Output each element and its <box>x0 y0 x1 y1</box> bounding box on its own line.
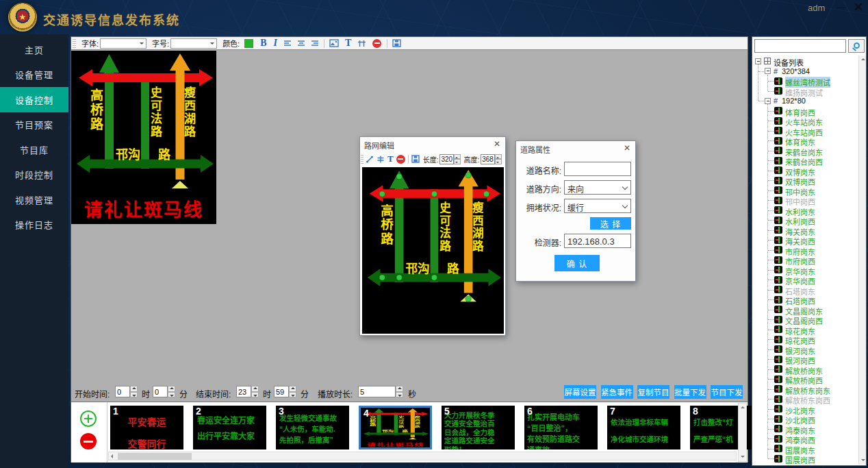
duration-input[interactable]: 5 <box>358 386 396 397</box>
end-hour-spinner[interactable] <box>251 386 259 397</box>
close-icon[interactable]: ✕ <box>852 0 865 15</box>
device-search-input[interactable] <box>754 39 846 53</box>
dialog-titlebar[interactable]: 道路属性✕ <box>516 141 635 155</box>
font-select[interactable] <box>100 38 146 49</box>
program-thumbnail-2[interactable]: 2春运安全连万家 出行平安靠大家 <box>193 406 266 449</box>
device-item[interactable]: 解放桥东岗西 <box>754 394 858 404</box>
minimize-icon[interactable]: ─ <box>834 0 847 15</box>
road-name-input[interactable] <box>564 162 631 176</box>
device-item[interactable]: 火车站岗东 <box>754 116 858 126</box>
device-item[interactable]: 京华岗西 <box>754 275 858 285</box>
sidebar-item-3[interactable]: 节目预案 <box>0 112 68 138</box>
device-tree-root[interactable]: 设备列表 <box>754 56 858 66</box>
sidebar-item-6[interactable]: 视频管理 <box>0 187 68 212</box>
device-item[interactable]: 邗中岗东 <box>754 186 858 196</box>
device-item[interactable]: 市府岗西 <box>754 255 858 265</box>
device-item[interactable]: 体育岗东 <box>754 136 858 146</box>
device-item[interactable]: 双博岗东 <box>754 166 858 176</box>
device-item[interactable]: 国展岗东 <box>754 444 858 454</box>
device-item[interactable]: 鸿泰岗西 <box>754 434 858 444</box>
length-input[interactable]: 320 <box>439 154 454 164</box>
height-spinner[interactable] <box>495 154 502 164</box>
text-tool-icon[interactable]: T <box>345 38 351 49</box>
program-thumbnail-6[interactable]: 6扎实开展电动车 “百日整治”， 有效预防道路交 通事故。 <box>524 406 598 449</box>
start-hour-input[interactable]: 0 <box>115 386 130 397</box>
text-tool-icon[interactable]: T <box>387 153 394 164</box>
align-center-icon[interactable] <box>297 40 305 47</box>
search-button[interactable] <box>848 39 865 53</box>
device-item[interactable]: 鸿泰岗东 <box>754 424 858 434</box>
program-thumbnail-3[interactable]: 3发生轻微交通事故 “人未伤，车能动. 先拍照，后撤离” <box>276 406 349 449</box>
direction-select[interactable]: 来向 <box>564 180 631 195</box>
device-item[interactable]: 沙北岗西 <box>754 414 858 424</box>
sidebar-item-7[interactable]: 操作日志 <box>0 212 68 238</box>
congestion-select[interactable]: 缓行 <box>564 199 631 213</box>
start-minute-spinner[interactable] <box>168 386 175 397</box>
action-button-4[interactable]: 节目下发 <box>711 385 743 399</box>
device-item[interactable]: 海关岗西 <box>754 235 858 245</box>
start-minute-input[interactable]: 0 <box>153 386 168 397</box>
save-icon[interactable] <box>411 155 420 163</box>
scrollbar-thumb[interactable] <box>118 453 192 460</box>
device-item[interactable]: 火车站岗西 <box>754 126 858 136</box>
duration-spinner[interactable] <box>396 386 403 397</box>
device-item[interactable]: 文昌阁岗东 <box>754 305 858 315</box>
scroll-down-icon[interactable] <box>860 457 866 463</box>
device-item[interactable]: 解放桥岗西 <box>754 374 858 384</box>
device-item[interactable]: 石塔岗东 <box>754 285 858 295</box>
device-item[interactable]: 维扬岗测试 <box>754 86 858 97</box>
device-item[interactable]: 国展岗西 <box>754 454 858 464</box>
sidebar-item-4[interactable]: 节目库 <box>0 137 68 162</box>
device-item[interactable]: 邗中岗西 <box>754 195 858 206</box>
end-hour-input[interactable]: 23 <box>236 386 251 397</box>
confirm-button[interactable]: 确 认 <box>554 255 600 271</box>
sidebar-item-2[interactable]: 设备控制 <box>0 87 68 112</box>
device-item[interactable]: 来鹤台岗东 <box>754 146 858 156</box>
bold-button[interactable]: B <box>260 38 266 49</box>
sidebar-item-5[interactable]: 时段控制 <box>0 162 68 188</box>
device-item[interactable]: 双博岗西 <box>754 175 858 186</box>
length-spinner[interactable] <box>454 154 461 164</box>
device-item[interactable]: 京华岗东 <box>754 265 858 275</box>
add-program-icon[interactable] <box>80 410 97 427</box>
device-group[interactable]: #320*384 <box>754 66 858 77</box>
delete-icon[interactable] <box>372 39 381 48</box>
color-swatch[interactable] <box>244 39 253 48</box>
program-thumbnail-7[interactable]: 7依法治理非标车辆 净化城市交通环境 <box>607 406 680 449</box>
close-icon[interactable]: ✕ <box>494 139 500 149</box>
detector-input[interactable]: 192.168.0.3 <box>564 234 631 248</box>
italic-button[interactable]: I <box>274 38 277 49</box>
scroll-down-icon[interactable] <box>739 453 746 460</box>
device-item[interactable]: 体育岗西 <box>754 106 858 116</box>
save-icon[interactable] <box>392 39 401 47</box>
scroll-up-icon[interactable] <box>739 404 746 412</box>
action-button-1[interactable]: 紧急事件 <box>601 385 633 399</box>
action-button-2[interactable]: 复制节目 <box>637 385 669 399</box>
collapse-icon[interactable] <box>765 98 771 104</box>
device-item[interactable]: 水利岗东 <box>754 206 858 216</box>
device-tree-scrollbar[interactable] <box>858 56 866 465</box>
roadnet-canvas[interactable]: 高桥路史可法路瘦西湖路邗沟路 <box>362 167 504 334</box>
select-detector-button[interactable]: 选 择 <box>590 217 631 230</box>
dialog-titlebar[interactable]: 路网编辑✕ <box>360 137 505 151</box>
end-minute-input[interactable]: 59 <box>274 386 289 397</box>
device-item[interactable]: 银河岗东 <box>754 345 858 355</box>
draw-road-icon[interactable] <box>366 155 374 164</box>
device-item[interactable]: 琼花岗西 <box>754 334 858 345</box>
junction-tool-icon[interactable] <box>376 155 385 164</box>
device-item[interactable]: 来鹤台岗西 <box>754 156 858 166</box>
device-item[interactable]: 螺丝湾桥测试 <box>754 76 858 86</box>
align-left-icon[interactable] <box>283 40 292 47</box>
collapse-icon[interactable] <box>755 58 761 64</box>
close-icon[interactable]: ✕ <box>624 143 630 153</box>
action-button-3[interactable]: 批量下发 <box>674 385 706 399</box>
program-thumbnail-1[interactable]: 1平安春运 交警同行 <box>110 406 183 449</box>
device-item[interactable]: 石塔岗西 <box>754 295 858 305</box>
device-item[interactable]: 市府岗东 <box>754 245 858 256</box>
device-item[interactable]: 水利岗西 <box>754 215 858 225</box>
sidebar-item-0[interactable]: 主页 <box>0 37 68 62</box>
start-hour-spinner[interactable] <box>130 386 138 397</box>
program-thumbnail-5[interactable]: 5大力开展秋冬季 交通安全整治百 日会战，全力稳 定道路交通安全 形势！ <box>442 406 515 449</box>
align-right-icon[interactable] <box>311 40 319 47</box>
device-item[interactable]: 解放桥东岗东 <box>754 384 858 395</box>
